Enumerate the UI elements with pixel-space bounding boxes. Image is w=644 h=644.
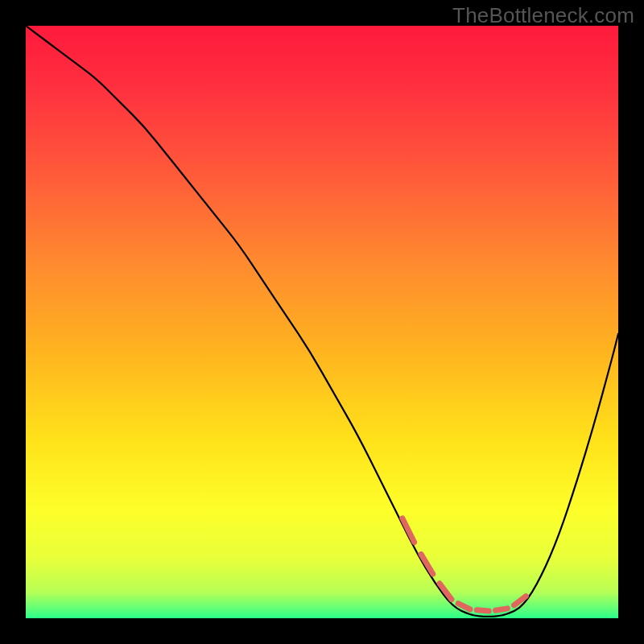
basin-dash xyxy=(402,518,415,543)
chart-frame: TheBottleneck.com xyxy=(0,0,644,644)
curve-layer xyxy=(26,26,618,618)
basin-dash-group xyxy=(402,518,526,611)
plot-area xyxy=(26,26,618,618)
basin-dash xyxy=(477,610,489,611)
basin-dash xyxy=(458,604,470,609)
watermark-text: TheBottleneck.com xyxy=(452,3,634,28)
basin-dash xyxy=(496,609,508,610)
bottleneck-curve xyxy=(26,26,618,617)
